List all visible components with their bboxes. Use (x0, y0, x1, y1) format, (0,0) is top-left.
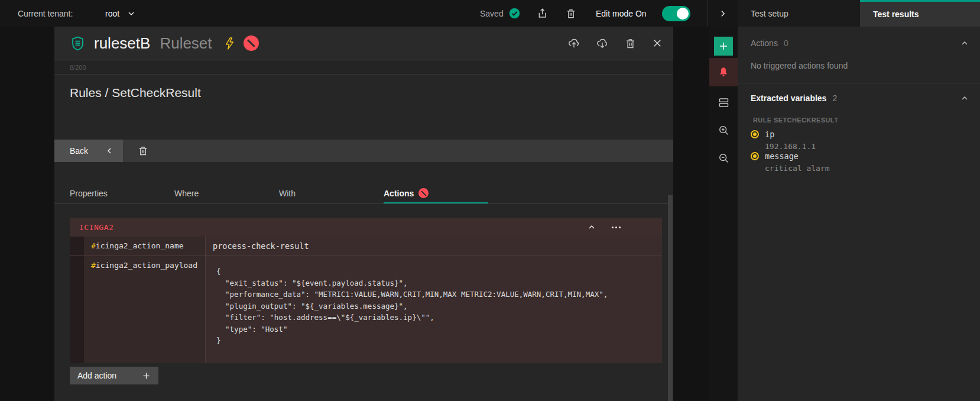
tabs-divider (54, 203, 673, 204)
edit-mode-toggle[interactable] (662, 0, 690, 27)
plus-icon (718, 41, 729, 51)
topbar-divider (708, 0, 708, 27)
download-cloud-icon[interactable] (596, 37, 609, 50)
export-icon[interactable] (537, 0, 549, 27)
icinga2-action-card: ICINGA2 #icinga2_action_name process-che… (70, 218, 662, 363)
rows-icon (718, 96, 730, 109)
action-name-key: #icinga2_action_name (84, 237, 206, 256)
tenant-dropdown-value[interactable]: root (105, 0, 119, 27)
plus-icon (142, 371, 151, 380)
close-icon[interactable] (652, 38, 663, 48)
action-card-header: ICINGA2 (70, 218, 662, 237)
actions-section-title: Actions (751, 38, 778, 48)
current-tenant-label: Current tenant: (18, 0, 73, 27)
section-divider (738, 83, 980, 83)
tab-test-setup[interactable]: Test setup (738, 0, 860, 27)
chevron-down-icon[interactable] (126, 0, 136, 27)
payload-json-text[interactable]: { "exit_status": "${event.payload.status… (213, 261, 662, 353)
variable-dot-icon (751, 152, 759, 160)
lightning-bolt-icon (223, 37, 236, 50)
event-list-button[interactable] (709, 96, 738, 109)
action-name-value[interactable]: process-check-result (206, 237, 662, 256)
tab-test-setup-label: Test setup (751, 9, 788, 18)
action-name-row: #icinga2_action_name process-check-resul… (70, 237, 662, 256)
key-hash-prefix: # (91, 241, 96, 250)
variable-value: 192.168.1.1 (765, 142, 816, 151)
back-button[interactable]: Back (54, 140, 123, 162)
zoom-in-button[interactable] (709, 124, 738, 137)
variable-value: critical alarm (765, 164, 830, 173)
variable-name: message (765, 151, 799, 161)
collapse-card-chevron-up-icon[interactable] (587, 222, 596, 232)
tab-with[interactable]: With (279, 182, 384, 204)
toggle-knob (677, 8, 689, 20)
zoom-in-icon (718, 124, 730, 137)
key-name-text: icinga2_action_payload (96, 261, 197, 270)
delete-rule-trash-icon[interactable] (137, 145, 149, 157)
tab-properties[interactable]: Properties (70, 182, 174, 204)
edit-mode-label: Edit mode On (596, 0, 647, 27)
ruleset-type-label: Ruleset (160, 34, 212, 53)
row-gutter (70, 237, 84, 256)
back-button-label: Back (70, 146, 88, 156)
bell-icon (718, 66, 729, 78)
actions-section-header[interactable]: Actions 0 (751, 38, 788, 48)
variable-name: ip (765, 130, 774, 139)
toggle-track[interactable] (662, 6, 690, 21)
add-action-label: Add action (77, 371, 116, 380)
tab-actions-error-icon (418, 188, 429, 198)
ruleset-header: rulesetB Ruleset (54, 27, 673, 60)
collapse-panel-chevron-right-icon[interactable] (713, 0, 733, 27)
saved-check-icon (508, 0, 521, 27)
variable-row-ip: ip (751, 130, 774, 139)
zoom-out-icon (718, 152, 730, 164)
variable-dot-icon (751, 130, 759, 138)
tab-where-label: Where (174, 189, 199, 198)
char-counter: 8/200 (70, 64, 86, 71)
row-gutter (70, 256, 84, 363)
name-input-footer: 8/200 (54, 61, 673, 75)
tab-test-results[interactable]: Test results (860, 0, 980, 27)
action-payload-row: #icinga2_action_payload { "exit_status":… (70, 256, 662, 363)
overflow-menu-icon[interactable] (612, 227, 621, 228)
delete-ruleset-trash-icon[interactable] (624, 37, 637, 50)
tab-actions[interactable]: Actions (384, 182, 488, 204)
key-name-text: icinga2_action_name (96, 241, 184, 250)
saved-status-label: Saved (480, 0, 504, 27)
rule-tabs: Properties Where With Actions (70, 182, 488, 204)
upload-cloud-icon[interactable] (567, 37, 580, 50)
rule-group-label: RULE SETCHECKRESULT (753, 117, 838, 124)
tab-properties-label: Properties (70, 189, 108, 198)
blocked-status-icon (244, 35, 259, 51)
ruleset-shield-icon (70, 35, 86, 51)
variables-count: 2 (832, 93, 837, 103)
action-payload-key: #icinga2_action_payload (84, 256, 206, 363)
zoom-out-button[interactable] (709, 152, 738, 164)
tab-test-results-label: Test results (873, 9, 919, 19)
vertical-scrollbar[interactable] (668, 195, 673, 401)
variables-section-header[interactable]: Extracted variables 2 (751, 93, 837, 103)
action-card-title: ICINGA2 (79, 223, 113, 232)
ruleset-name-input[interactable]: rulesetB (94, 34, 150, 53)
action-payload-value[interactable]: { "exit_status": "${event.payload.status… (206, 256, 662, 363)
test-tools-strip (709, 27, 738, 401)
variables-section-title: Extracted variables (751, 93, 826, 103)
actions-count: 0 (784, 38, 788, 48)
top-bar: Current tenant: root Saved Edit mode On … (0, 0, 980, 27)
key-hash-prefix: # (91, 261, 96, 270)
tab-with-label: With (279, 189, 296, 198)
alerts-button[interactable] (709, 58, 738, 86)
rule-toolbar: Back (54, 140, 673, 162)
tab-actions-label: Actions (384, 189, 414, 198)
tab-where[interactable]: Where (174, 182, 279, 204)
add-action-button[interactable]: Add action (70, 367, 158, 384)
no-actions-message: No triggered actions found (751, 61, 848, 70)
variable-row-message: message (751, 151, 799, 161)
ruleset-editor-panel: rulesetB Ruleset (54, 27, 673, 401)
breadcrumb-rule-title: Rules / SetCheckResult (70, 86, 201, 100)
trash-icon[interactable] (565, 0, 577, 27)
test-results-panel: Actions 0 No triggered actions found Ext… (738, 27, 980, 401)
add-test-event-button[interactable] (714, 37, 733, 56)
actions-collapse-chevron-up-icon[interactable] (960, 38, 969, 48)
variables-collapse-chevron-up-icon[interactable] (960, 93, 969, 103)
